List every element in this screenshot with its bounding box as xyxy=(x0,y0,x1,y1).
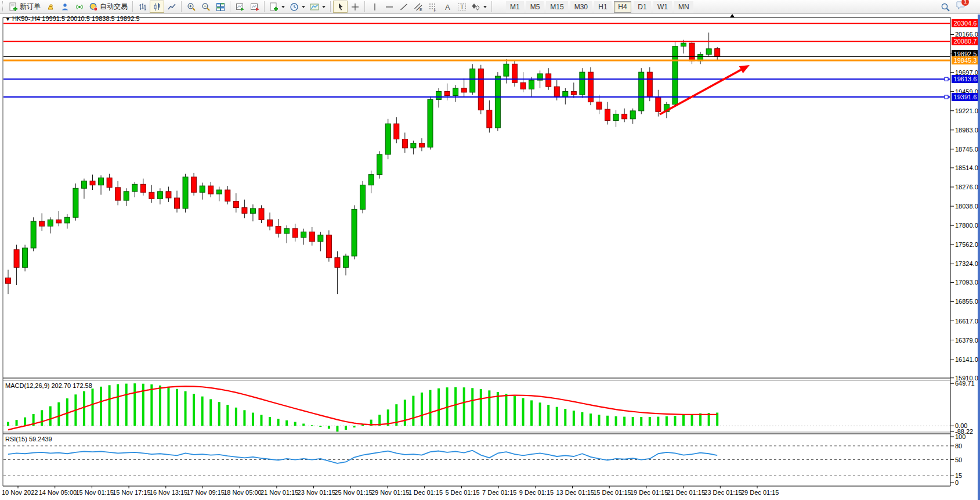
zoom-out-icon xyxy=(201,2,211,12)
tab-timeframe-m1[interactable]: M1 xyxy=(506,1,524,13)
tile-windows-button[interactable] xyxy=(213,1,227,13)
cursor-button[interactable] xyxy=(333,1,348,13)
arrange-window-icon xyxy=(236,2,245,12)
tab-timeframe-w1[interactable]: W1 xyxy=(653,1,672,13)
candle-chart-icon xyxy=(153,2,162,12)
svg-text:E: E xyxy=(420,8,422,12)
zoom-out-button[interactable] xyxy=(198,1,213,13)
autotrade-icon xyxy=(89,2,98,12)
x-axis-label: 29 Nov 01:15 xyxy=(371,489,409,496)
mt4-window: 新订单 自动交易 xyxy=(0,0,980,500)
svg-text:A: A xyxy=(445,3,450,12)
y-axis-label: 17093.0 xyxy=(955,279,978,286)
new-chart-icon xyxy=(269,2,279,12)
y-axis-label: 80 xyxy=(955,443,962,449)
y-axis-label: 18745.0 xyxy=(955,146,978,153)
y-axis-label: 0 xyxy=(955,479,959,486)
line-chart-button[interactable] xyxy=(164,1,179,13)
tab-timeframe-h1[interactable]: H1 xyxy=(594,1,612,13)
new-chart-button[interactable] xyxy=(267,1,287,13)
x-axis-label: 14 Nov 05:00 xyxy=(39,489,77,496)
symbol-period: HK50-,H4 xyxy=(12,15,40,22)
svg-text:F: F xyxy=(433,8,436,12)
separator xyxy=(181,1,182,12)
separator xyxy=(264,1,265,12)
crosshair-button[interactable] xyxy=(348,1,362,13)
trend-line-button[interactable] xyxy=(396,1,411,13)
bar-chart-icon xyxy=(138,2,147,12)
tab-timeframe-mn[interactable]: MN xyxy=(674,1,693,13)
chart-profile-icon xyxy=(310,2,319,12)
y-axis-label: 18276.0 xyxy=(955,184,978,190)
y-axis-label: 18514.0 xyxy=(955,164,978,171)
tab-timeframe-m15[interactable]: M15 xyxy=(546,1,567,13)
separator xyxy=(132,1,133,12)
chart-canvas[interactable]: 20166.019935.019697.019459.019221.018983… xyxy=(0,0,980,500)
tile-windows-icon xyxy=(216,2,225,12)
chat-button[interactable]: 1 xyxy=(956,1,965,13)
x-axis-label: 17 Nov 09:15 xyxy=(187,489,225,496)
new-order-icon xyxy=(9,2,18,12)
tab-timeframe-h4[interactable]: H4 xyxy=(614,1,631,13)
horizontal-line-button[interactable] xyxy=(382,1,396,13)
toolbar-gripper[interactable] xyxy=(2,1,5,12)
zoom-in-button[interactable] xyxy=(184,1,198,13)
y-axis-label: 19221.0 xyxy=(955,107,978,114)
y-axis-label: 16617.0 xyxy=(955,318,978,325)
arrange-window-button[interactable] xyxy=(233,1,247,13)
rsi-indicator-label: RSI(15) 59.2439 xyxy=(5,436,52,443)
x-axis-label: 15 Nov 01:15 xyxy=(75,489,113,496)
arrow-objects-icon xyxy=(471,2,480,12)
toolbar: 新订单 自动交易 xyxy=(0,0,980,14)
signal-icon xyxy=(75,2,84,12)
y-axis-label: 18038.0 xyxy=(955,203,978,210)
trend-line-icon xyxy=(399,2,408,12)
chat-notification-badge: 1 xyxy=(961,0,970,6)
new-order-button[interactable]: 新订单 xyxy=(6,1,43,13)
text-button[interactable]: A xyxy=(440,1,454,13)
x-axis-label: 23 Dec 01:15 xyxy=(704,489,742,496)
chevron-down-icon xyxy=(483,6,487,8)
gold-button[interactable] xyxy=(43,1,57,13)
community-button[interactable] xyxy=(57,1,72,13)
x-axis-label: 9 Dec 01:15 xyxy=(519,489,554,496)
gold-icon xyxy=(46,2,55,12)
ohlc-values: 19991.5 20010.5 19838.5 19892.5 xyxy=(42,15,139,22)
tab-timeframe-d1[interactable]: D1 xyxy=(634,1,651,13)
tab-timeframe-m30[interactable]: M30 xyxy=(570,1,592,13)
person-icon xyxy=(60,2,70,12)
profiles-button[interactable] xyxy=(308,1,328,13)
fibonacci-button[interactable]: F xyxy=(425,1,440,13)
text-label-icon: T xyxy=(457,2,467,12)
text-label-button[interactable]: T xyxy=(454,1,469,13)
svg-text:T: T xyxy=(460,3,464,10)
y-axis-label: 18983.0 xyxy=(955,127,978,134)
price-badge: 20304.6 xyxy=(952,19,979,27)
separator xyxy=(491,1,492,12)
x-axis-label: 18 Nov 05:00 xyxy=(223,489,261,496)
x-axis-label: 16 Nov 13:15 xyxy=(150,489,187,496)
candle-chart-button[interactable] xyxy=(150,1,164,13)
vertical-line-button[interactable] xyxy=(367,1,382,13)
equidistant-channel-button[interactable]: E xyxy=(411,1,425,13)
autotrade-button[interactable]: 自动交易 xyxy=(86,1,130,13)
x-axis-label: 7 Dec 01:15 xyxy=(482,489,516,496)
signals-button[interactable] xyxy=(72,1,86,13)
fibonacci-icon: F xyxy=(428,2,437,12)
x-axis-label: 25 Nov 01:15 xyxy=(334,489,372,496)
arrange-cascade-button[interactable] xyxy=(247,1,262,13)
y-axis-label: 17800.0 xyxy=(955,222,978,229)
search-icon[interactable] xyxy=(941,2,950,12)
x-axis-label: 23 Nov 01:15 xyxy=(298,489,335,496)
tab-timeframe-m5[interactable]: M5 xyxy=(526,1,544,13)
separator xyxy=(230,1,230,12)
separator xyxy=(364,1,365,12)
arrange-cascade-icon xyxy=(250,2,259,12)
period-button[interactable] xyxy=(287,1,308,13)
bar-chart-button[interactable] xyxy=(135,1,150,13)
window-edge-scrollbar[interactable] xyxy=(978,15,980,500)
price-badge: 20080.7 xyxy=(952,37,979,45)
autotrade-label: 自动交易 xyxy=(100,2,128,12)
arrow-objects-button[interactable] xyxy=(469,1,489,13)
collapse-icon[interactable]: ▼ xyxy=(5,16,10,22)
